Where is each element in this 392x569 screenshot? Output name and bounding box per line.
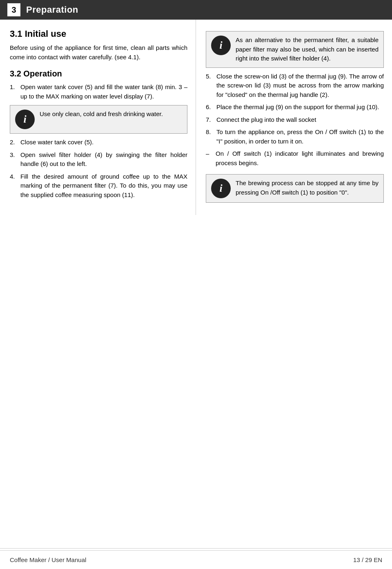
left-column: 3.1 Initial use Before using of the appl… bbox=[0, 20, 196, 215]
step-6: 6. Place the thermal jug (9) on the supp… bbox=[206, 103, 384, 112]
step-7-num: 7. bbox=[206, 115, 214, 125]
step-2-num: 2. bbox=[10, 138, 18, 147]
step-4: 4. Fill the desired amount of ground cof… bbox=[10, 172, 187, 200]
step-3-text: Open swivel filter holder (4) by swingin… bbox=[20, 150, 187, 169]
step-6-text: Place the thermal jug (9) on the support… bbox=[216, 103, 384, 112]
footer-left-text: Coffee Maker / User Manual bbox=[10, 556, 86, 563]
step-6-num: 6. bbox=[206, 103, 214, 112]
section-number: 3 bbox=[7, 3, 20, 16]
info-text-filter: As an alternative to the permanent filte… bbox=[236, 36, 379, 63]
section-32-heading: 3.2 Operation bbox=[10, 69, 187, 78]
dash-item: – On / Off switch (1) indicator light il… bbox=[206, 149, 384, 168]
step-5-text: Close the screw-on lid (3) of the therma… bbox=[216, 72, 384, 100]
info-box-water: i Use only clean, cold and fresh drinkin… bbox=[10, 105, 187, 134]
footer-divider bbox=[0, 548, 392, 549]
dash-symbol: – bbox=[206, 149, 213, 168]
step-2-text: Close water tank cover (5). bbox=[20, 138, 187, 147]
dash-text: On / Off switch (1) indicator light illu… bbox=[216, 149, 384, 168]
step-5: 5. Close the screw-on lid (3) of the the… bbox=[206, 72, 384, 100]
footer-right-text: 13 / 29 EN bbox=[353, 556, 382, 563]
intro-text: Before using of the appliance for first … bbox=[10, 43, 187, 62]
info-text-stop: The brewing process can be stopped at an… bbox=[236, 179, 379, 197]
step-4-text: Fill the desired amount of ground coffee… bbox=[20, 172, 187, 200]
info-text-water: Use only clean, cold and fresh drinking … bbox=[40, 110, 163, 119]
info-icon-2: i bbox=[211, 36, 231, 55]
step-8: 8. To turn the appliance on, press the O… bbox=[206, 128, 384, 146]
step-7: 7. Connect the plug into the wall socket bbox=[206, 115, 384, 125]
main-content: 3.1 Initial use Before using of the appl… bbox=[0, 20, 392, 215]
section-header: 3 Preparation bbox=[0, 0, 392, 20]
step-7-text: Connect the plug into the wall socket bbox=[216, 115, 384, 125]
step-3-num: 3. bbox=[10, 150, 18, 169]
right-column: i As an alternative to the permanent fil… bbox=[196, 20, 392, 215]
step-1-num: 1. bbox=[10, 83, 18, 101]
step-5-num: 5. bbox=[206, 72, 214, 100]
info-icon: i bbox=[15, 110, 35, 129]
info-box-stop: i The brewing process can be stopped at … bbox=[206, 174, 384, 203]
section-31-heading: 3.1 Initial use bbox=[10, 29, 187, 39]
info-icon-3: i bbox=[211, 179, 231, 198]
step-3: 3. Open swivel filter holder (4) by swin… bbox=[10, 150, 187, 169]
step-2: 2. Close water tank cover (5). bbox=[10, 138, 187, 147]
footer: Coffee Maker / User Manual 13 / 29 EN bbox=[0, 550, 392, 569]
info-box-filter: i As an alternative to the permanent fil… bbox=[206, 31, 384, 68]
step-8-text: To turn the appliance on, press the On /… bbox=[216, 128, 384, 146]
section-title: Preparation bbox=[26, 4, 78, 15]
step-4-num: 4. bbox=[10, 172, 18, 200]
step-1: 1. Open water tank cover (5) and fill th… bbox=[10, 83, 187, 101]
step-8-num: 8. bbox=[206, 128, 214, 146]
step-1-text: Open water tank cover (5) and fill the w… bbox=[20, 83, 187, 101]
